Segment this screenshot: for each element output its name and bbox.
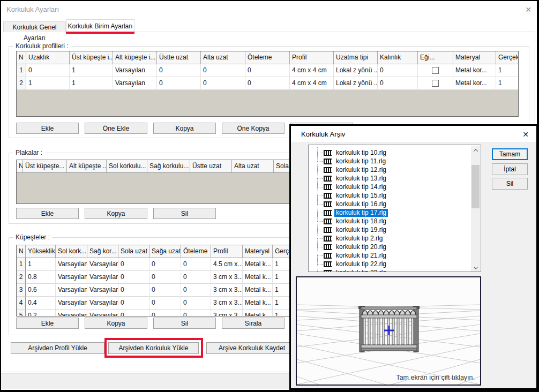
table-cell: 0 bbox=[245, 64, 290, 77]
column-header[interactable]: Sol kork... bbox=[56, 245, 87, 258]
column-header[interactable]: Kalınlık bbox=[378, 51, 418, 64]
table-row[interactable]: 101Varsayılan0004 cm x 4 cmLokal z yönü … bbox=[17, 64, 518, 77]
tab-unit-settings[interactable]: Korkuluk Birim Ayarları bbox=[66, 19, 134, 32]
button-ekle[interactable]: Ekle bbox=[16, 208, 79, 219]
column-header[interactable]: Materyal bbox=[243, 245, 273, 258]
tree-connector bbox=[317, 153, 323, 153]
column-header[interactable]: Materyal bbox=[453, 51, 496, 64]
preview-3d-viewport[interactable]: Tam ekran için çift tıklayın. bbox=[296, 276, 481, 386]
archive-item[interactable]: korkuluk tip 21.rlg bbox=[309, 251, 469, 260]
column-header[interactable]: Öteleme bbox=[181, 245, 211, 258]
archive-item[interactable]: korkuluk tip 17.rlg bbox=[309, 208, 469, 217]
scrollbar-thumb[interactable] bbox=[471, 165, 480, 208]
railing-archive-dialog: Korkuluk Arşiv ✕ korkuluk tip 10.rlgkork… bbox=[289, 124, 538, 390]
archive-item[interactable]: korkuluk tip 14.rlg bbox=[309, 183, 469, 191]
table-cell: 2 bbox=[17, 271, 26, 284]
table-cell: 3 cm x 3... bbox=[211, 297, 243, 310]
red-underline-annotation bbox=[66, 32, 134, 34]
button-sil[interactable]: Sil bbox=[153, 208, 216, 219]
list-scrollbar[interactable] bbox=[471, 146, 480, 272]
column-header[interactable]: Sağ korkulu... bbox=[147, 160, 190, 173]
archive-item[interactable]: korkuluk tip 10.rlg bbox=[309, 148, 469, 157]
dialog-button-i̇ptal[interactable]: İptal bbox=[492, 163, 528, 175]
button-arşive-korkuluk-kaydet[interactable]: Arşive Korkuluk Kaydet bbox=[206, 342, 297, 354]
column-header[interactable]: Üstte uzat bbox=[190, 160, 232, 173]
column-header[interactable]: Sol korkulu... bbox=[107, 160, 147, 173]
column-header[interactable]: Yükseklik bbox=[26, 245, 56, 258]
column-header[interactable]: Profil bbox=[290, 51, 334, 64]
column-header[interactable]: Uzatma tipi bbox=[334, 51, 378, 64]
checkbox[interactable] bbox=[432, 67, 439, 74]
archive-item[interactable]: korkuluk tip 13.rlg bbox=[309, 174, 469, 183]
scroll-down-icon[interactable] bbox=[471, 263, 480, 272]
tree-connector bbox=[317, 204, 323, 205]
column-header[interactable]: Eği... bbox=[418, 51, 453, 64]
archive-item[interactable]: korkuluk tip 19.rlg bbox=[309, 225, 469, 234]
tab-general-settings[interactable]: Korkuluk Genel Ayarları bbox=[3, 21, 66, 32]
archive-item[interactable]: korkuluk tip 2.rlg bbox=[309, 234, 469, 243]
table-cell: Varsayılan bbox=[56, 284, 87, 297]
table-row[interactable]: 211Varsayılan0004 cm x 4 cmLokal z yönü … bbox=[17, 77, 518, 90]
table-cell: 0 bbox=[118, 271, 149, 284]
button-kopya[interactable]: Kopya bbox=[153, 123, 216, 134]
button-kopya[interactable]: Kopya bbox=[85, 208, 147, 219]
dialog-button-tamam[interactable]: Tamam bbox=[492, 148, 528, 160]
button-sil[interactable]: Sil bbox=[153, 318, 216, 329]
dialog-button-sil[interactable]: Sil bbox=[492, 178, 528, 190]
column-header[interactable]: Profil bbox=[211, 245, 243, 258]
table-cell: 0 bbox=[181, 310, 211, 316]
column-header[interactable]: Alt küpeşte ... bbox=[67, 160, 107, 173]
profiles-table[interactable]: NUzaklıkÜst küpeşte i...Alt küpeşte i...… bbox=[16, 51, 519, 117]
column-header[interactable]: N bbox=[17, 51, 26, 64]
table-cell: Metal kor... bbox=[453, 64, 496, 77]
table-cell: 0 bbox=[201, 77, 245, 90]
button-öne-kopya[interactable]: Öne Kopya bbox=[222, 123, 285, 134]
column-header[interactable]: Üst küpeşte i... bbox=[70, 51, 113, 64]
button-sırala[interactable]: Sırala bbox=[222, 318, 285, 329]
column-header[interactable]: N bbox=[17, 160, 23, 173]
archive-item[interactable]: korkuluk tip 18.rlg bbox=[309, 217, 469, 225]
archive-item[interactable]: korkuluk tip 12.rlg bbox=[309, 165, 469, 174]
archive-item[interactable]: korkuluk tip 23.rlg bbox=[309, 268, 469, 272]
railing-file-icon bbox=[324, 184, 332, 190]
checkbox[interactable] bbox=[432, 80, 439, 87]
button-kopya[interactable]: Kopya bbox=[85, 318, 147, 329]
table-cell bbox=[418, 64, 453, 77]
button-öne-ekle[interactable]: Öne Ekle bbox=[85, 123, 147, 134]
table-cell: 1 bbox=[17, 258, 26, 271]
table-cell: Metal kor... bbox=[453, 77, 496, 90]
column-header[interactable]: Alta uzat bbox=[232, 160, 274, 173]
archive-item-label: korkuluk tip 20.rlg bbox=[334, 243, 388, 251]
archive-item[interactable]: korkuluk tip 20.rlg bbox=[309, 243, 469, 251]
column-header[interactable]: Üstte uzat bbox=[157, 51, 201, 64]
column-header[interactable]: Sola uzat bbox=[118, 245, 149, 258]
table-cell: Lokal z yönü ... bbox=[334, 64, 378, 77]
column-header[interactable]: Sağa uzat bbox=[149, 245, 181, 258]
archive-item[interactable]: korkuluk tip 16.rlg bbox=[309, 200, 469, 208]
column-header[interactable]: Uzaklık bbox=[26, 51, 70, 64]
table-cell: 4.5 cm x... bbox=[211, 258, 243, 271]
column-header[interactable]: Gerçek doku ... bbox=[496, 51, 519, 64]
column-header[interactable]: Üst küpeşte... bbox=[23, 160, 67, 173]
column-header[interactable]: Sağ kor... bbox=[87, 245, 118, 258]
button-ekle[interactable]: Ekle bbox=[16, 123, 79, 134]
column-header[interactable]: Alt küpeşte i... bbox=[113, 51, 157, 64]
table-cell: 2 bbox=[17, 77, 26, 90]
button-ekle[interactable]: Ekle bbox=[16, 318, 79, 329]
scroll-up-icon[interactable] bbox=[471, 146, 480, 155]
tree-connector bbox=[317, 230, 323, 230]
column-header[interactable]: N bbox=[17, 245, 26, 258]
archive-item[interactable]: korkuluk tip 22.rlg bbox=[309, 260, 469, 268]
column-header[interactable]: Alta uzat bbox=[201, 51, 245, 64]
archive-item[interactable]: korkuluk tip 15.rlg bbox=[309, 191, 469, 200]
close-icon[interactable]: ✕ bbox=[523, 4, 534, 15]
table-cell: 0 bbox=[378, 64, 418, 77]
table-cell bbox=[418, 77, 453, 90]
archive-file-list[interactable]: korkuluk tip 10.rlgkorkuluk tip 11.rlgko… bbox=[308, 145, 481, 272]
archive-item[interactable]: korkuluk tip 11.rlg bbox=[309, 157, 469, 165]
table-cell: 0 bbox=[26, 64, 70, 77]
tree-connector bbox=[317, 255, 323, 256]
button-arşivden-profil-yükle[interactable]: Arşivden Profil Yükle bbox=[11, 342, 104, 354]
column-header[interactable]: Öteleme bbox=[245, 51, 290, 64]
dialog-close-icon[interactable]: ✕ bbox=[520, 129, 531, 140]
